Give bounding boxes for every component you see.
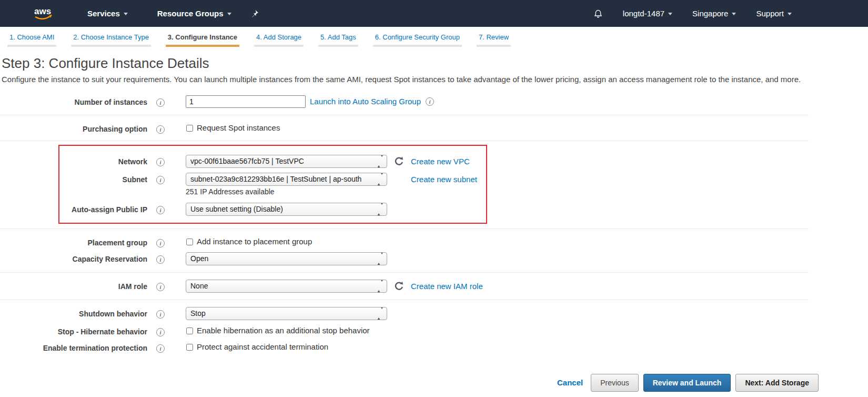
- placement-group-checkbox-label: Add instance to placement group: [197, 236, 312, 246]
- support-menu[interactable]: Support: [756, 9, 792, 18]
- tab-review[interactable]: 7. Review: [477, 27, 511, 47]
- tab-add-tags[interactable]: 5. Add Tags: [318, 27, 358, 47]
- number-of-instances-label: Number of instances: [0, 95, 147, 106]
- pin-shortcut-button[interactable]: [250, 9, 259, 18]
- tab-configure-instance[interactable]: 3. Configure Instance: [166, 27, 239, 47]
- select-arrows-icon: [377, 205, 383, 213]
- page-title: Step 3: Configure Instance Details: [2, 55, 809, 72]
- svg-text:aws: aws: [34, 6, 51, 16]
- shutdown-behavior-value: Stop: [190, 309, 206, 317]
- wizard-footer: Cancel Previous Review and Launch Next: …: [0, 362, 868, 397]
- chevron-down-icon: [227, 13, 231, 15]
- launch-into-asg-link[interactable]: Launch into Auto Scaling Group: [310, 97, 421, 106]
- tab-choose-instance-type[interactable]: 2. Choose Instance Type: [71, 27, 151, 47]
- create-new-subnet-link[interactable]: Create new subnet: [411, 175, 477, 184]
- create-new-iam-role-link[interactable]: Create new IAM role: [411, 282, 483, 291]
- support-menu-label: Support: [756, 9, 784, 18]
- row-subnet: Subnet i subnet-023a9c812293bb16e | Test…: [0, 173, 809, 186]
- network-label: Network: [0, 155, 147, 166]
- info-icon[interactable]: i: [156, 255, 165, 264]
- info-icon[interactable]: i: [156, 239, 165, 247]
- divider: [0, 141, 809, 141]
- account-menu-label: longtd-1487: [623, 9, 664, 18]
- info-icon[interactable]: i: [156, 98, 165, 107]
- chevron-down-icon: [124, 13, 128, 15]
- wizard-step-tabs: 1. Choose AMI 2. Choose Instance Type 3.…: [0, 27, 868, 47]
- subnet-select[interactable]: subnet-023a9c812293bb16e | TestSubnet | …: [186, 173, 387, 186]
- services-menu[interactable]: Services: [87, 9, 128, 18]
- row-hibernate-behavior: Stop - Hibernate behavior i Enable hiber…: [0, 325, 809, 336]
- refresh-icon: [394, 281, 404, 291]
- info-icon[interactable]: i: [156, 206, 165, 214]
- chevron-down-icon: [732, 13, 736, 15]
- select-arrows-icon: [377, 282, 383, 290]
- tab-add-storage[interactable]: 4. Add Storage: [254, 27, 304, 47]
- termination-protection-checkbox[interactable]: [186, 344, 193, 351]
- tab-choose-ami[interactable]: 1. Choose AMI: [7, 27, 56, 47]
- info-icon[interactable]: i: [156, 283, 165, 291]
- info-icon[interactable]: i: [156, 176, 165, 184]
- services-menu-label: Services: [87, 9, 120, 18]
- row-termination-protection: Enable termination protection i Protect …: [0, 341, 809, 353]
- placement-group-checkbox[interactable]: [186, 239, 193, 245]
- capacity-reservation-select[interactable]: Open: [186, 252, 387, 265]
- placement-group-label: Placement group: [0, 236, 147, 247]
- network-select[interactable]: vpc-00f61baae567fcb75 | TestVPC: [186, 155, 387, 168]
- hibernate-behavior-label: Stop - Hibernate behavior: [0, 325, 147, 336]
- configure-instance-form: Number of instances i Launch into Auto S…: [0, 95, 809, 353]
- info-icon[interactable]: i: [156, 158, 165, 166]
- select-arrows-icon: [377, 157, 383, 165]
- divider: [0, 229, 809, 229]
- resource-groups-menu-label: Resource Groups: [157, 9, 224, 18]
- row-purchasing-option: Purchasing option i Request Spot instanc…: [0, 122, 809, 134]
- capacity-reservation-value: Open: [190, 254, 208, 263]
- auto-assign-public-ip-select[interactable]: Use subnet setting (Disable): [186, 203, 387, 216]
- chevron-down-icon: [668, 13, 672, 15]
- select-arrows-icon: [377, 254, 383, 263]
- hibernate-behavior-checkbox-label: Enable hibernation as an additional stop…: [197, 325, 370, 335]
- aws-logo[interactable]: aws: [32, 6, 55, 22]
- tab-configure-security-group[interactable]: 6. Configure Security Group: [373, 27, 462, 47]
- main-content: Step 3: Configure Instance Details Confi…: [0, 47, 868, 353]
- info-icon[interactable]: i: [156, 310, 165, 319]
- page-description: Configure the instance to suit your requ…: [2, 74, 809, 86]
- refresh-iam-role-button[interactable]: [394, 281, 404, 291]
- info-icon[interactable]: i: [426, 97, 434, 106]
- request-spot-instances-label: Request Spot instances: [197, 122, 280, 132]
- create-new-vpc-link[interactable]: Create new VPC: [411, 157, 470, 166]
- row-network: Network i vpc-00f61baae567fcb75 | TestVP…: [0, 155, 809, 168]
- number-of-instances-input[interactable]: [186, 95, 306, 108]
- resource-groups-menu[interactable]: Resource Groups: [157, 9, 231, 18]
- ip-addresses-available-note: 251 IP Addresses available: [186, 187, 275, 196]
- cancel-link[interactable]: Cancel: [557, 378, 583, 387]
- region-menu-label: Singapore: [692, 9, 728, 18]
- bell-icon: [593, 9, 603, 18]
- request-spot-instances-checkbox[interactable]: [186, 125, 193, 132]
- review-and-launch-button[interactable]: Review and Launch: [643, 374, 731, 392]
- hibernate-behavior-checkbox[interactable]: [186, 327, 193, 334]
- chevron-down-icon: [788, 13, 792, 15]
- purchasing-option-label: Purchasing option: [0, 122, 147, 133]
- region-menu[interactable]: Singapore: [692, 9, 736, 18]
- aws-logo-icon: aws: [32, 6, 55, 22]
- subnet-label: Subnet: [0, 173, 147, 184]
- row-number-of-instances: Number of instances i Launch into Auto S…: [0, 95, 809, 108]
- row-placement-group: Placement group i Add instance to placem…: [0, 236, 809, 247]
- iam-role-select[interactable]: None: [186, 280, 387, 293]
- row-auto-assign-public-ip: Auto-assign Public IP i Use subnet setti…: [0, 203, 809, 216]
- next-add-storage-button[interactable]: Next: Add Storage: [735, 374, 819, 392]
- info-icon[interactable]: i: [156, 344, 165, 353]
- shutdown-behavior-select[interactable]: Stop: [186, 307, 387, 320]
- row-iam-role: IAM role i None Create new IAM role: [0, 280, 809, 293]
- refresh-network-button[interactable]: [394, 156, 404, 166]
- previous-button[interactable]: Previous: [591, 374, 638, 392]
- divider: [0, 115, 809, 115]
- row-subnet-note: 251 IP Addresses available: [0, 190, 809, 198]
- divider: [0, 300, 809, 300]
- info-icon[interactable]: i: [156, 125, 165, 134]
- notifications-button[interactable]: [593, 9, 603, 18]
- account-menu[interactable]: longtd-1487: [623, 9, 672, 18]
- info-icon[interactable]: i: [156, 328, 165, 336]
- shutdown-behavior-label: Shutdown behavior: [0, 307, 147, 318]
- row-shutdown-behavior: Shutdown behavior i Stop: [0, 307, 809, 320]
